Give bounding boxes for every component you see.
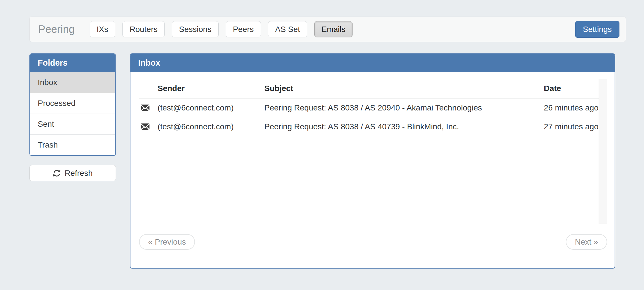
panel-bottom-spacer <box>139 250 607 268</box>
sidebar-item-processed[interactable]: Processed <box>30 93 115 114</box>
email-subject: Peering Request: AS 8038 / AS 40739 - Bl… <box>264 122 544 131</box>
email-sender: (test@6connect.com) <box>158 103 264 112</box>
refresh-button[interactable]: Refresh <box>29 165 116 181</box>
column-header-date: Date <box>544 84 599 93</box>
mail-table-header-row: Sender Subject Date <box>139 79 599 98</box>
email-date: 27 minutes ago <box>544 122 599 131</box>
email-row[interactable]: (test@6connect.com) Peering Request: AS … <box>139 117 599 136</box>
envelope-icon <box>141 104 150 112</box>
email-sender: (test@6connect.com) <box>158 122 264 131</box>
folders-panel-title: Folders <box>30 54 115 72</box>
scrollbar-track[interactable] <box>599 79 607 224</box>
settings-button[interactable]: Settings <box>575 21 619 38</box>
tab-emails[interactable]: Emails <box>314 21 353 37</box>
previous-page-button[interactable]: « Previous <box>139 234 195 250</box>
refresh-icon <box>53 169 61 178</box>
email-row[interactable]: (test@6connect.com) Peering Request: AS … <box>139 98 599 117</box>
column-header-sender: Sender <box>158 84 264 93</box>
sidebar-item-sent[interactable]: Sent <box>30 114 115 134</box>
next-page-button[interactable]: Next » <box>566 234 607 250</box>
tab-peers[interactable]: Peers <box>226 21 261 37</box>
inbox-panel-body: Sender Subject Date <box>130 72 615 268</box>
tab-ixs[interactable]: IXs <box>90 21 115 37</box>
peering-toolbar: Peering IXs Routers Sessions Peers AS Se… <box>29 17 626 42</box>
pagination: « Previous Next » <box>139 234 607 250</box>
mail-table: Sender Subject Date <box>139 79 599 224</box>
tab-sessions[interactable]: Sessions <box>172 21 219 37</box>
tab-routers[interactable]: Routers <box>122 21 165 37</box>
sidebar-item-trash[interactable]: Trash <box>30 134 115 155</box>
sidebar: Folders Inbox Processed Sent Trash Refre… <box>29 53 116 181</box>
refresh-button-label: Refresh <box>65 169 92 178</box>
tab-bar: IXs Routers Sessions Peers AS Set Emails <box>90 21 353 37</box>
inbox-panel: Inbox Sender Subject Date <box>130 53 615 269</box>
folders-panel: Folders Inbox Processed Sent Trash <box>29 53 116 156</box>
page-title: Peering <box>38 23 75 35</box>
mail-scroll-region: Sender Subject Date <box>139 79 607 224</box>
email-subject: Peering Request: AS 8038 / AS 20940 - Ak… <box>264 103 544 112</box>
peering-emails-page: { "colors": { "accent_blue": "#4b79af", … <box>0 0 644 290</box>
envelope-icon <box>141 123 150 130</box>
inbox-panel-title: Inbox <box>130 54 615 72</box>
tab-as-set[interactable]: AS Set <box>268 21 307 37</box>
column-header-subject: Subject <box>264 84 544 93</box>
sidebar-item-inbox[interactable]: Inbox <box>30 72 115 93</box>
email-date: 26 minutes ago <box>544 103 599 112</box>
